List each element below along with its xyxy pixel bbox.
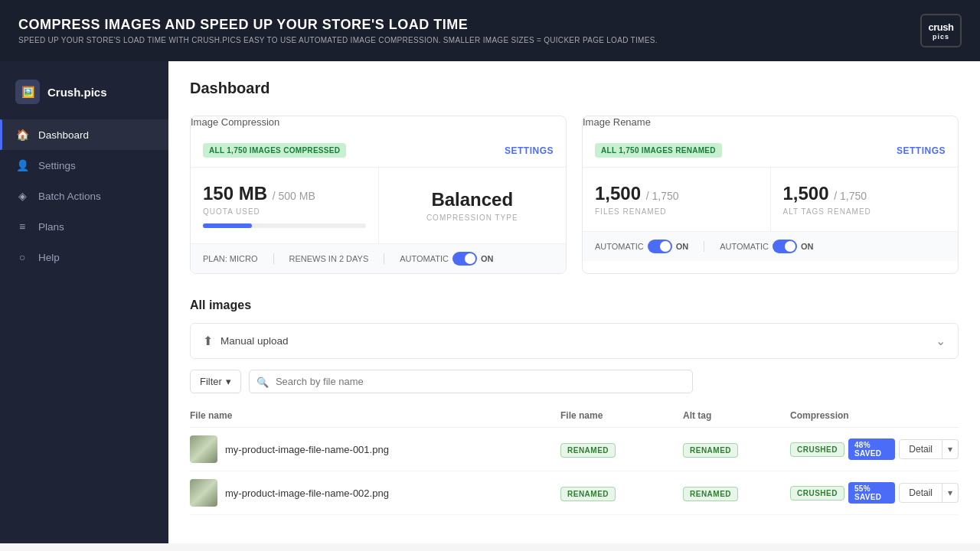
auto-toggle-group-1: AUTOMATIC ON	[595, 240, 688, 253]
sidebar-item-help[interactable]: ○ Help	[0, 242, 168, 272]
col-alt-tag: Alt tag	[683, 410, 790, 421]
saved-badge-2: 55% SAVED	[848, 482, 895, 504]
files-renamed-total: / 1,750	[646, 190, 679, 202]
rename-badge: ALL 1,750 IMAGES RENAMED	[595, 143, 722, 158]
automatic-toggle[interactable]	[452, 252, 477, 266]
alt-tags-label: ALT TAGS RENAMED	[783, 207, 871, 216]
on-label: ON	[481, 254, 494, 263]
compression-settings-link[interactable]: SETTINGS	[505, 145, 554, 156]
batch-icon: ◈	[15, 189, 29, 203]
compression-type-stat: Balanced COMPRESSION TYPE	[379, 168, 567, 243]
auto2-label: AUTOMATIC	[720, 242, 769, 251]
filter-row: Filter ▾ 🔍	[190, 370, 959, 393]
auto-toggle-group-2: AUTOMATIC ON	[720, 240, 813, 253]
sidebar-plans-label: Plans	[38, 221, 64, 233]
alt-tags-stat: 1,500 / 1,750 ALT TAGS RENAMED	[771, 168, 959, 231]
rename-cell-2: RENAMED	[560, 486, 683, 500]
alt-badge-1: RENAMED	[683, 443, 738, 458]
crushed-badge-2: CRUSHED	[790, 486, 844, 500]
file-name-cell-1: my-product-image-file-name-001.png	[190, 435, 560, 463]
progress-bar-container	[203, 223, 366, 228]
plan-label: PLAN: MICRO	[203, 254, 258, 263]
quota-label: QUOTA USED	[203, 207, 260, 216]
detail-button-2[interactable]: Detail	[899, 483, 942, 503]
page-title: Dashboard	[190, 80, 959, 97]
quota-value: 150 MB / 500 MB	[203, 183, 315, 204]
table-row: my-product-image-file-name-001.png RENAM…	[190, 428, 959, 471]
footer-divider-2	[384, 253, 384, 264]
dashboard-icon: 🏠	[15, 128, 29, 142]
detail-dropdown-1[interactable]: ▾	[942, 439, 959, 459]
settings-icon: 👤	[15, 158, 29, 172]
app-layout: 🖼️ Crush.pics 🏠 Dashboard 👤 Settings ◈ B…	[0, 61, 980, 543]
files-renamed-stat: 1,500 / 1,750 FILES RENAMED	[583, 168, 771, 231]
main-content: Dashboard Image Compression ALL 1,750 IM…	[168, 61, 980, 543]
filter-button[interactable]: Filter ▾	[190, 370, 241, 393]
compression-type-value: Balanced	[431, 189, 513, 210]
manual-upload-left: ⬆ Manual upload	[203, 334, 289, 348]
help-icon: ○	[15, 250, 29, 264]
sidebar: 🖼️ Crush.pics 🏠 Dashboard 👤 Settings ◈ B…	[0, 61, 168, 543]
manual-upload-row[interactable]: ⬆ Manual upload ⌄	[190, 323, 959, 359]
rename-section-title: Image Rename	[583, 116, 958, 128]
logo-crush-text: crush	[929, 21, 954, 33]
alt-cell-2: RENAMED	[683, 486, 790, 500]
detail-dropdown-2[interactable]: ▾	[942, 483, 959, 503]
filter-chevron-icon: ▾	[226, 376, 231, 387]
image-compression-card: Image Compression ALL 1,750 IMAGES COMPR…	[190, 116, 567, 274]
filter-label: Filter	[200, 376, 222, 387]
upload-icon: ⬆	[203, 334, 213, 348]
col-rename: File name	[560, 410, 683, 421]
detail-button-1[interactable]: Detail	[899, 439, 942, 459]
compression-cell-1: CRUSHED 48% SAVED Detail ▾	[790, 439, 959, 460]
sidebar-logo-icon: 🖼️	[15, 80, 40, 104]
detail-btn-group-1: Detail ▾	[899, 439, 959, 459]
compression-type-label: COMPRESSION TYPE	[426, 214, 518, 222]
crush-logo: crush pics	[920, 14, 962, 47]
all-images-header: All images	[190, 298, 959, 312]
files-renamed-label: FILES RENAMED	[595, 207, 667, 216]
auto-toggle-2[interactable]	[773, 240, 797, 253]
search-input[interactable]	[249, 370, 693, 393]
alt-tags-total: / 1,750	[834, 190, 867, 202]
sidebar-item-batch-actions[interactable]: ◈ Batch Actions	[0, 181, 168, 211]
compression-card-body: 150 MB / 500 MB QUOTA USED Balanced COMP…	[191, 168, 566, 243]
sidebar-nav: 🏠 Dashboard 👤 Settings ◈ Batch Actions ≡…	[0, 119, 168, 272]
quota-total: / 500 MB	[273, 190, 315, 202]
alt-badge-2: RENAMED	[683, 487, 738, 501]
saved-badge-1: 48% SAVED	[848, 439, 895, 460]
sidebar-item-settings[interactable]: 👤 Settings	[0, 150, 168, 181]
crushed-badge-1: CRUSHED	[790, 442, 844, 457]
table-row: my-product-image-file-name-002.png RENAM…	[190, 471, 959, 515]
sidebar-app-name: Crush.pics	[47, 86, 107, 99]
col-file-name: File name	[190, 410, 560, 421]
sidebar-logo: 🖼️ Crush.pics	[0, 73, 168, 119]
file-name-1: my-product-image-file-name-001.png	[225, 444, 389, 455]
files-renamed-value: 1,500 / 1,750	[595, 183, 679, 204]
renamed-badge-2: RENAMED	[560, 487, 616, 501]
logo-box: crush pics	[920, 14, 962, 47]
compression-cell-2: CRUSHED 55% SAVED Detail ▾	[790, 482, 959, 504]
progress-bar-fill	[203, 223, 252, 228]
file-thumb-2	[190, 479, 217, 507]
file-name-2: my-product-image-file-name-002.png	[225, 487, 389, 499]
automatic-toggle-group: AUTOMATIC ON	[400, 252, 493, 266]
rename-card-footer: AUTOMATIC ON AUTOMATIC ON	[583, 231, 958, 261]
sidebar-item-plans[interactable]: ≡ Plans	[0, 211, 168, 242]
sidebar-batch-label: Batch Actions	[38, 191, 101, 202]
rename-card-body: 1,500 / 1,750 FILES RENAMED 1,500 / 1,75…	[583, 168, 958, 231]
compression-badge: ALL 1,750 IMAGES COMPRESSED	[203, 143, 346, 158]
banner-title: COMPRESS IMAGES AND SPEED UP YOUR STORE'…	[18, 17, 658, 33]
alt-cell-1: RENAMED	[683, 442, 790, 456]
quota-stat: 150 MB / 500 MB QUOTA USED	[191, 168, 379, 243]
banner-text: COMPRESS IMAGES AND SPEED UP YOUR STORE'…	[18, 17, 658, 44]
sidebar-item-dashboard[interactable]: 🏠 Dashboard	[0, 119, 168, 150]
renamed-badge-1: RENAMED	[560, 443, 616, 458]
auto-toggle-1[interactable]	[648, 240, 672, 253]
top-banner: COMPRESS IMAGES AND SPEED UP YOUR STORE'…	[0, 0, 980, 61]
logo-pics-text: pics	[933, 33, 949, 41]
sidebar-help-label: Help	[38, 252, 60, 263]
rename-settings-link[interactable]: SETTINGS	[897, 145, 946, 156]
file-thumb-1	[190, 435, 217, 463]
banner-subtitle: SPEED UP YOUR STORE'S LOAD TIME WITH CRU…	[18, 36, 658, 44]
